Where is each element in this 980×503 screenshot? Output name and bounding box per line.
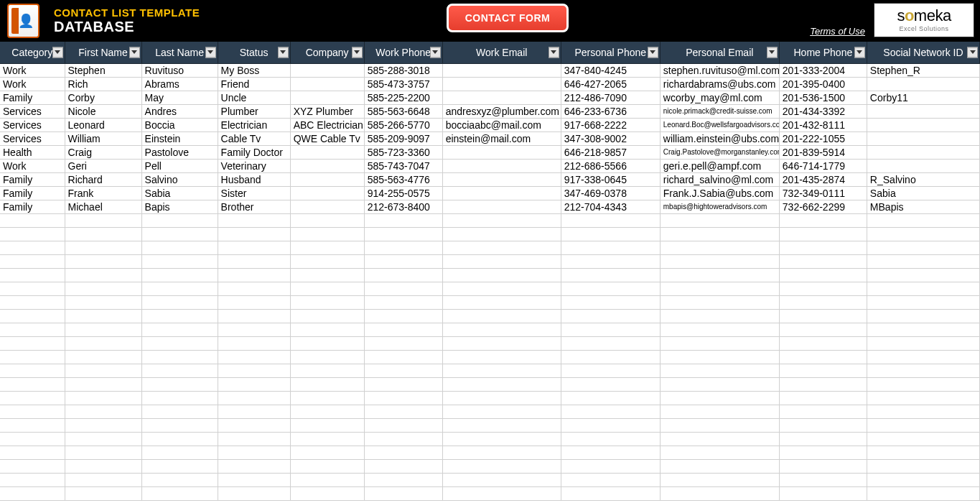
cell[interactable]	[65, 418, 141, 432]
cell[interactable]	[442, 200, 561, 213]
cell[interactable]: 201-536-1500	[779, 91, 867, 104]
cell[interactable]	[290, 172, 364, 186]
cell[interactable]: 917-668-2222	[561, 118, 660, 131]
cell[interactable]	[65, 213, 141, 227]
cell[interactable]	[218, 473, 290, 486]
cell[interactable]: 646-427-2065	[561, 77, 660, 91]
cell[interactable]: Plumber	[218, 104, 290, 118]
cell[interactable]	[218, 446, 290, 459]
cell[interactable]	[779, 432, 867, 446]
cell[interactable]	[561, 418, 660, 432]
cell[interactable]	[0, 486, 65, 500]
cell[interactable]	[561, 486, 660, 500]
table-row[interactable]	[0, 418, 980, 432]
cell[interactable]: Leonard	[65, 118, 141, 131]
table-row[interactable]: FamilyFrankSabiaSister914-255-0575347-46…	[0, 186, 980, 200]
cell[interactable]	[290, 268, 364, 282]
cell[interactable]	[290, 377, 364, 391]
cell[interactable]	[660, 405, 779, 418]
cell[interactable]	[290, 405, 364, 418]
cell[interactable]	[290, 159, 364, 172]
cell[interactable]	[218, 309, 290, 323]
cell[interactable]	[779, 213, 867, 227]
cell[interactable]	[290, 241, 364, 254]
cell[interactable]	[141, 323, 218, 336]
cell[interactable]	[779, 295, 867, 309]
cell[interactable]	[141, 446, 218, 459]
cell[interactable]	[364, 432, 442, 446]
cell[interactable]	[442, 295, 561, 309]
cell[interactable]: 201-435-2874	[779, 172, 867, 186]
cell[interactable]	[141, 486, 218, 500]
cell[interactable]: 585-563-4776	[364, 172, 442, 186]
cell[interactable]	[867, 77, 979, 91]
cell[interactable]	[0, 268, 65, 282]
table-row[interactable]: WorkRichAbramsFriend585-473-3757646-427-…	[0, 77, 980, 91]
cell[interactable]	[364, 446, 442, 459]
cell[interactable]	[867, 418, 979, 432]
cell[interactable]: 212-704-4343	[561, 200, 660, 213]
cell[interactable]	[442, 254, 561, 268]
cell[interactable]	[65, 336, 141, 350]
cell[interactable]	[867, 254, 979, 268]
table-row[interactable]	[0, 268, 980, 282]
cell[interactable]	[290, 323, 364, 336]
cell[interactable]: einstein@mail.com	[442, 131, 561, 145]
cell[interactable]: Sister	[218, 186, 290, 200]
cell[interactable]	[290, 350, 364, 364]
cell[interactable]	[0, 336, 65, 350]
cell[interactable]	[442, 446, 561, 459]
cell[interactable]	[867, 104, 979, 118]
cell[interactable]	[867, 227, 979, 241]
cell[interactable]	[65, 241, 141, 254]
cell[interactable]	[867, 241, 979, 254]
cell[interactable]	[779, 282, 867, 295]
cell[interactable]: 914-255-0575	[364, 186, 442, 200]
cell[interactable]: 646-233-6736	[561, 104, 660, 118]
cell[interactable]	[442, 309, 561, 323]
cell[interactable]	[141, 282, 218, 295]
cell[interactable]	[364, 213, 442, 227]
cell[interactable]	[290, 446, 364, 459]
cell[interactable]	[779, 364, 867, 377]
cell[interactable]: Corby	[65, 91, 141, 104]
cell[interactable]	[65, 459, 141, 473]
cell[interactable]: Boccia	[141, 118, 218, 131]
cell[interactable]	[141, 241, 218, 254]
cell[interactable]	[141, 295, 218, 309]
cell[interactable]	[442, 459, 561, 473]
table-row[interactable]: FamilyCorbyMayUncle585-225-2200212-486-7…	[0, 91, 980, 104]
table-row[interactable]	[0, 254, 980, 268]
cell[interactable]	[218, 268, 290, 282]
cell[interactable]	[660, 336, 779, 350]
cell[interactable]	[0, 459, 65, 473]
cell[interactable]: Services	[0, 131, 65, 145]
cell[interactable]	[561, 282, 660, 295]
cell[interactable]: 732-349-0111	[779, 186, 867, 200]
cell[interactable]	[867, 446, 979, 459]
cell[interactable]	[660, 254, 779, 268]
cell[interactable]	[561, 323, 660, 336]
cell[interactable]	[0, 391, 65, 405]
cell[interactable]: Einstein	[141, 131, 218, 145]
cell[interactable]	[141, 364, 218, 377]
cell[interactable]: stephen.ruvituso@ml.com	[660, 63, 779, 77]
filter-dropdown-icon[interactable]	[129, 47, 140, 57]
cell[interactable]	[218, 227, 290, 241]
filter-dropdown-icon[interactable]	[205, 47, 216, 57]
cell[interactable]	[442, 159, 561, 172]
table-row[interactable]	[0, 336, 980, 350]
table-row[interactable]	[0, 323, 980, 336]
cell[interactable]	[867, 364, 979, 377]
cell[interactable]	[290, 77, 364, 91]
cell[interactable]	[867, 282, 979, 295]
cell[interactable]: Services	[0, 118, 65, 131]
cell[interactable]: Work	[0, 159, 65, 172]
cell[interactable]	[867, 268, 979, 282]
cell[interactable]	[867, 336, 979, 350]
cell[interactable]: Craig	[65, 145, 141, 159]
cell[interactable]	[867, 473, 979, 486]
table-row[interactable]	[0, 295, 980, 309]
cell[interactable]: Uncle	[218, 91, 290, 104]
cell[interactable]	[65, 486, 141, 500]
